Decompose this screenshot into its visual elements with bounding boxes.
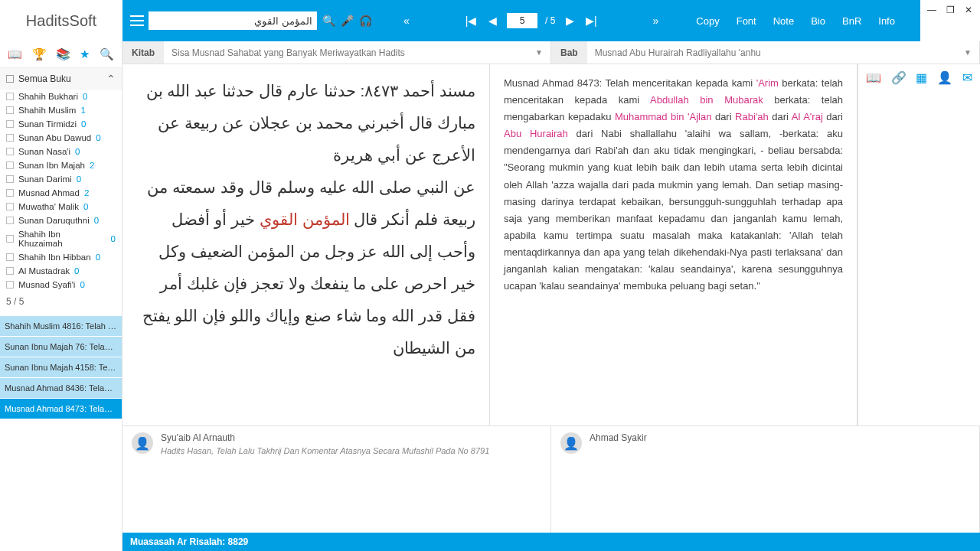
nav-first-page-icon[interactable]: |◀ — [464, 14, 478, 28]
minimize-icon[interactable]: — — [926, 5, 937, 15]
translation-pane: Musnad Ahmad 8473: Telah menceritakan ke… — [490, 64, 858, 425]
note-button[interactable]: Note — [767, 15, 800, 27]
book-item[interactable]: Musnad Syafi'i0 — [0, 278, 122, 292]
book-item[interactable]: Shahih Bukhari0 — [0, 90, 122, 103]
book-item[interactable]: Musnad Ahmad2 — [0, 186, 122, 200]
arabic-line-2: عن النبي صلى الله عليه وسلم قال وقد سمعت… — [136, 171, 475, 364]
avatar-icon: 👤 — [132, 432, 153, 454]
nav-last-page-icon[interactable]: ▶| — [584, 14, 598, 28]
book-item[interactable]: Sunan Darimi0 — [0, 172, 122, 186]
bab-dropdown[interactable]: Bab Musnad Abu Hurairah Radliyallahu 'an… — [551, 41, 980, 64]
chevron-down-icon: ▼ — [528, 48, 550, 57]
link-icon[interactable]: 🔗 — [891, 70, 906, 85]
search-icon[interactable]: 🔍 — [322, 14, 335, 28]
headphones-icon[interactable]: 🎧 — [358, 14, 372, 28]
nav-prev-icon[interactable]: ◀ — [485, 14, 499, 28]
trophy-icon[interactable]: 🏆 — [32, 47, 47, 61]
nav-last-icon[interactable]: » — [648, 14, 662, 28]
status-bar: Muasasah Ar Risalah: 8829 — [122, 533, 980, 551]
nav-next-icon[interactable]: ▶ — [563, 14, 577, 28]
book-list-header[interactable]: Semua Buku ⌃ — [0, 68, 122, 90]
book-item[interactable]: Al Mustadrak0 — [0, 264, 122, 278]
result-item[interactable]: Sunan Ibnu Majah 76: Telah men... — [0, 337, 122, 357]
maximize-icon[interactable]: ❐ — [945, 5, 956, 15]
grid-icon[interactable]: ▦ — [916, 70, 927, 85]
book-item[interactable]: Shahih Ibn Khuzaimah0 — [0, 227, 122, 250]
book-item[interactable]: Shahih Ibn Hibban0 — [0, 250, 122, 264]
book-icon[interactable]: 📖 — [8, 47, 22, 61]
search-input[interactable] — [149, 11, 317, 30]
library-icon[interactable]: 📚 — [56, 47, 70, 61]
open-book-icon[interactable]: 📖 — [866, 70, 881, 85]
close-icon[interactable]: ✕ — [963, 5, 974, 15]
app-logo: HaditsSoft — [26, 12, 96, 30]
book-item[interactable]: Sunan Nasa'i0 — [0, 145, 122, 158]
book-item[interactable]: Sunan Ibn Majah2 — [0, 158, 122, 172]
right-sidebar: 📖 🔗 ▦ 👤 ✉ — [858, 64, 980, 425]
chevron-up-icon: ⌃ — [106, 73, 116, 85]
star-icon[interactable]: ★ — [80, 47, 90, 61]
result-item[interactable]: Musnad Ahmad 8473: Telah men... — [0, 399, 122, 419]
chevron-down-icon: ▼ — [956, 48, 979, 57]
avatar-icon: 👤 — [560, 432, 582, 454]
toolbar: 🔍 🎤 🎧 « |◀ ◀ / 5 ▶ ▶| » Copy Font Note B… — [122, 0, 920, 41]
search-sidebar-icon[interactable]: 🔍 — [100, 47, 114, 61]
book-item[interactable]: Sunan Daruquthni0 — [0, 214, 122, 227]
book-item[interactable]: Sunan Tirmidzi0 — [0, 117, 122, 131]
nav-first-icon[interactable]: « — [400, 14, 413, 28]
page-input[interactable] — [507, 13, 537, 28]
result-item[interactable]: Sunan Ibnu Majah 4158: Telah m... — [0, 357, 122, 378]
arabic-line-1: مسند أحمد ٨٤٧٣: حدثنا عارم قال حدثنا عبد… — [136, 75, 475, 171]
book-item[interactable]: Sunan Abu Dawud0 — [0, 131, 122, 145]
mail-icon[interactable]: ✉ — [962, 70, 972, 85]
result-item[interactable]: Shahih Muslim 4816: Telah menc... — [0, 316, 122, 337]
sidebar-pager: 5 / 5 — [0, 292, 122, 311]
bnr-button[interactable]: BnR — [836, 15, 867, 27]
arabic-pane: مسند أحمد ٨٤٧٣: حدثنا عارم قال حدثنا عبد… — [122, 64, 490, 425]
font-button[interactable]: Font — [730, 15, 763, 27]
menu-icon[interactable] — [130, 15, 144, 26]
sidebar: 📖 🏆 📚 ★ 🔍 Semua Buku ⌃ Shahih Bukhari0Sh… — [0, 41, 122, 551]
kitab-dropdown[interactable]: Kitab Sisa Musnad Sahabat yang Banyak Me… — [122, 41, 551, 64]
result-item[interactable]: Musnad Ahmad 8436: Telah men... — [0, 378, 122, 399]
commentator-2: 👤 Ahmad Syakir — [551, 426, 980, 533]
book-item[interactable]: Shahih Muslim1 — [0, 103, 122, 117]
book-item[interactable]: Muwatha' Malik0 — [0, 200, 122, 214]
page-total: / 5 — [545, 15, 555, 26]
mic-icon[interactable]: 🎤 — [340, 14, 354, 28]
copy-button[interactable]: Copy — [690, 15, 725, 27]
user-icon[interactable]: 👤 — [937, 70, 952, 85]
bio-button[interactable]: Bio — [805, 15, 831, 27]
commentator-1: 👤 Syu'aib Al Arnauth Hadits Hasan, Telah… — [122, 426, 551, 533]
highlight-term: المؤمن القوي — [260, 210, 350, 228]
info-button[interactable]: Info — [872, 15, 901, 27]
